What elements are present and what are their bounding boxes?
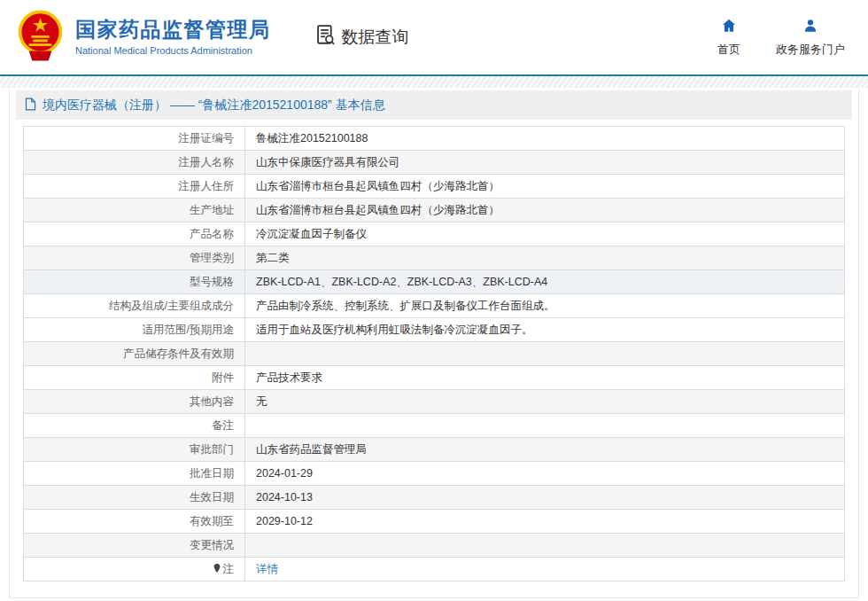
table-row: 产品名称冷沉淀凝血因子制备仪 <box>24 222 845 246</box>
row-value: 山东省淄博市桓台县起凤镇鱼四村（少海路北首） <box>245 175 845 199</box>
table-row: 生产地址山东省淄博市桓台县起凤镇鱼四村（少海路北首） <box>24 199 845 222</box>
row-value: 山东省药品监督管理局 <box>245 438 845 462</box>
table-row: 型号规格ZBK-LCD-A1、ZBK-LCD-A2、ZBK-LCD-A3、ZBK… <box>24 270 845 294</box>
decorative-hatch-band <box>0 76 868 88</box>
row-label: 注册人名称 <box>24 151 245 175</box>
row-label: 批准日期 <box>24 462 245 486</box>
row-value: 2029-10-12 <box>245 510 845 534</box>
row-value: 鲁械注准20152100188 <box>245 127 845 151</box>
pin-icon <box>213 563 223 575</box>
table-row: 注册人住所山东省淄博市桓台县起凤镇鱼四村（少海路北首） <box>24 175 845 199</box>
nav-gov-portal[interactable]: 政务服务门户 <box>776 17 845 58</box>
row-value: 产品技术要求 <box>245 366 845 390</box>
row-value <box>245 342 845 366</box>
table-row: 产品储存条件及有效期 <box>24 342 845 366</box>
nmpa-logo[interactable]: 国家药品监督管理局 National Medical Products Admi… <box>16 8 271 66</box>
home-icon <box>720 17 738 37</box>
document-search-icon <box>314 23 337 51</box>
row-value <box>245 534 845 558</box>
row-value: 详情 <box>245 558 845 581</box>
site-header: 国家药品监督管理局 National Medical Products Admi… <box>0 0 868 76</box>
row-label: 适用范围/预期用途 <box>24 318 245 342</box>
row-label: 备注 <box>24 414 245 438</box>
row-value: 第二类 <box>245 246 845 270</box>
row-label: 管理类别 <box>24 246 245 270</box>
row-value: 2024-10-13 <box>245 486 845 510</box>
row-label: 型号规格 <box>24 270 245 294</box>
table-row: 注册人名称山东中保康医疗器具有限公司 <box>24 151 845 175</box>
table-row: 有效期至2029-10-12 <box>24 510 845 534</box>
table-row: 注册证编号鲁械注准20152100188 <box>24 127 845 151</box>
table-row: 适用范围/预期用途适用于血站及医疗机构利用虹吸法制备冷沉淀凝血因子。 <box>24 318 845 342</box>
row-value: 山东中保康医疗器具有限公司 <box>245 151 845 175</box>
header-nav: 首页 政务服务门户 <box>717 17 845 58</box>
row-label: 注册人住所 <box>24 175 245 199</box>
table-row: 生效日期2024-10-13 <box>24 486 845 510</box>
nav-gov-portal-label: 政务服务门户 <box>776 42 845 58</box>
table-row: 变更情况 <box>24 534 845 558</box>
row-label: 附件 <box>24 366 245 390</box>
row-label: 结构及组成/主要组成成分 <box>24 294 245 318</box>
national-emblem-icon <box>16 8 65 66</box>
content-card: 境内医疗器械（注册） —— “鲁械注准20152100188” 基本信息 注册证… <box>9 88 859 598</box>
table-row: 其他内容无 <box>24 390 845 414</box>
data-query-tab[interactable]: 数据查询 <box>314 23 409 51</box>
page-icon <box>25 98 36 113</box>
site-title-en: National Medical Products Administration <box>75 45 271 56</box>
row-label: 有效期至 <box>24 510 245 534</box>
row-label: 其他内容 <box>24 390 245 414</box>
table-row: 审批部门山东省药品监督管理局 <box>24 438 845 462</box>
table-row: 批准日期2024-01-29 <box>24 462 845 486</box>
row-label: 产品储存条件及有效期 <box>24 342 245 366</box>
user-icon <box>802 17 819 37</box>
table-row: 备注 <box>24 414 845 438</box>
detail-link[interactable]: 详情 <box>256 563 278 575</box>
nav-home[interactable]: 首页 <box>717 17 740 58</box>
table-row: 注详情 <box>24 558 845 581</box>
table-row: 管理类别第二类 <box>24 246 845 270</box>
registration-info-table: 注册证编号鲁械注准20152100188注册人名称山东中保康医疗器具有限公司注册… <box>23 126 845 581</box>
row-label: 生产地址 <box>24 199 245 222</box>
row-value: 产品由制冷系统、控制系统、扩展口及制备仪工作台面组成。 <box>245 294 845 318</box>
table-row: 结构及组成/主要组成成分产品由制冷系统、控制系统、扩展口及制备仪工作台面组成。 <box>24 294 845 318</box>
table-row: 附件产品技术要求 <box>24 366 845 390</box>
row-value: 冷沉淀凝血因子制备仪 <box>245 222 845 246</box>
row-label: 审批部门 <box>24 438 245 462</box>
row-label: 变更情况 <box>24 534 245 558</box>
row-label: 注 <box>24 558 245 581</box>
nav-home-label: 首页 <box>717 42 740 58</box>
row-value: 山东省淄博市桓台县起凤镇鱼四村（少海路北首） <box>245 199 845 222</box>
page-title-bar: 境内医疗器械（注册） —— “鲁械注准20152100188” 基本信息 <box>16 90 852 120</box>
row-label: 注册证编号 <box>24 127 245 151</box>
row-value: 无 <box>245 390 845 414</box>
site-title-cn: 国家药品监督管理局 <box>75 19 271 41</box>
row-label: 生效日期 <box>24 486 245 510</box>
row-value: 2024-01-29 <box>245 462 845 486</box>
row-value: 适用于血站及医疗机构利用虹吸法制备冷沉淀凝血因子。 <box>245 318 845 342</box>
row-value <box>245 414 845 438</box>
page-title: 境内医疗器械（注册） —— “鲁械注准20152100188” 基本信息 <box>43 98 385 113</box>
row-value: ZBK-LCD-A1、ZBK-LCD-A2、ZBK-LCD-A3、ZBK-LCD… <box>245 270 845 294</box>
row-label: 产品名称 <box>24 222 245 246</box>
data-query-label: 数据查询 <box>342 26 409 49</box>
